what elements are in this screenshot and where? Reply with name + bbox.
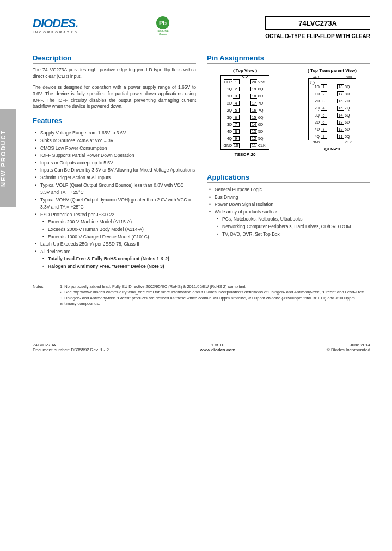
new-product-badge: NEW PRODUCT — [0, 109, 16, 207]
application-sub-item: PCs, Notebooks, Netbooks, Ultrabooks — [215, 216, 370, 223]
application-item: General Purpose Logic — [207, 186, 370, 194]
pin-row: 4Q8115Q — [309, 133, 356, 140]
pin-row: 3D6136D — [309, 119, 356, 126]
feature-item: ESD Protection Tested per JESD 22 — [33, 211, 196, 219]
pin-row: GND1011CLK — [221, 142, 269, 149]
pin-row: 2Q4157Q — [309, 105, 356, 112]
logo: DIODES. INCORPORATED — [33, 16, 78, 34]
pin-row: 3Q6156Q — [221, 114, 269, 121]
pin-row: 3Q5146Q — [309, 112, 356, 119]
footer-part: 74LVC273A — [33, 342, 109, 347]
subtitle: OCTAL D-TYPE FLIP-FLOP WITH CLEAR — [265, 33, 370, 39]
description-p2: The device is designed for operation wit… — [33, 84, 196, 111]
description-p1: The 74LVC273A provides eight positive-ed… — [33, 67, 196, 80]
lead-free-badge: Pb Lead-free Green — [155, 16, 171, 33]
feature-sub-item: Exceeds 2000-V Human Body Model (A114-A) — [40, 226, 196, 234]
section-features: Features — [33, 117, 196, 126]
pin-row: 1D3188D — [221, 93, 269, 100]
feature-item: Latch-Up Exceeds 250mA per JESD 78, Clas… — [33, 241, 196, 248]
application-item: Power Down Signal Isolation — [207, 201, 370, 209]
feature-compliance-item: Totally Lead-Free & Fully RoHS compliant… — [40, 255, 196, 263]
pin-row: CLR120Vcc — [221, 78, 269, 85]
feature-item: Typical VOHV (Quiet Output dynamic VOH) … — [33, 197, 196, 211]
applications-list: General Purpose LogicBus DrivingPower Do… — [207, 186, 370, 238]
pin-row: 2D3167D — [309, 97, 356, 105]
feature-item: All devices are: — [33, 248, 196, 256]
pin-row: 3D7146D — [221, 121, 269, 128]
feature-item: Typical VOLP (Quiet Output Ground Bounce… — [33, 182, 196, 197]
pb-icon: Pb — [156, 16, 169, 29]
application-sub-item: TV, DVD, DVR, Set Top Box — [215, 231, 370, 238]
pin-row: 1D2178D — [309, 90, 356, 97]
feature-item: Inputs Can Be Driven by 3.3V or 5V Allow… — [33, 167, 196, 174]
feature-compliance-item: Halogen and Antimony Free. "Green" Devic… — [40, 263, 196, 271]
logo-text: DIODES — [33, 16, 75, 30]
pin-row: 4D7125D — [309, 126, 356, 133]
footer: 74LVC273A Document number: DS35592 Rev. … — [33, 340, 370, 352]
feature-item: Schmitt Trigger Action at All Inputs — [33, 174, 196, 182]
pin-diagram: ( Top View ) CLR120Vcc1Q2198Q1D3188D2D41… — [207, 68, 370, 157]
footer-url: www.diodes.com — [200, 347, 235, 352]
footer-copyright: © Diodes Incorporated — [327, 347, 370, 352]
pin-row: 4Q9125Q — [221, 135, 269, 142]
pb-text: Lead-free Green — [155, 29, 171, 36]
application-sub-item: Networking Computer Peripherals, Hard Dr… — [215, 223, 370, 231]
note-item: 2. See http://www.diodes.com/quality/lea… — [60, 290, 370, 296]
pin-row: 1Q1188Q — [309, 83, 356, 90]
footer-doc: Document number: DS35592 Rev. 1 - 2 — [33, 347, 109, 352]
tssop-package: ( Top View ) CLR120Vcc1Q2198Q1D3188D2D41… — [220, 68, 270, 157]
footer-date: June 2014 — [327, 342, 370, 347]
tssop-name: TSSOP-20 — [220, 152, 270, 157]
feature-item: CMOS Low Power Consumption — [33, 145, 196, 152]
qfn-bot-clk: CLK — [345, 140, 352, 144]
qfn-bot-gnd: GND — [313, 140, 320, 144]
features-list: Supply Voltage Range from 1.65V to 3.6VS… — [33, 130, 196, 270]
feature-sub-item: Exceeds 1000-V Charged Device Model (C10… — [40, 234, 196, 241]
feature-item: IOFF Supports Partial Power Down Operati… — [33, 152, 196, 160]
top-view-label: ( Top View ) — [220, 68, 270, 73]
feature-item: Inputs or Outputs accept up to 5.5V — [33, 160, 196, 167]
section-description: Description — [33, 54, 196, 64]
logo-subtitle: INCORPORATED — [33, 30, 78, 34]
header: DIODES. INCORPORATED Pb Lead-free Green … — [33, 16, 370, 39]
pin-row: 1Q2198Q — [221, 85, 269, 93]
note-item: 1. No purposely added lead. Fully EU Dir… — [60, 284, 370, 290]
note-item: 3. Halogen- and Antimony-free "Green" pr… — [60, 296, 370, 307]
transparent-view-label: ( Top Transparent View) — [308, 68, 357, 73]
application-item: Bus Driving — [207, 194, 370, 201]
feature-item: Supply Voltage Range from 1.65V to 3.6V — [33, 130, 196, 137]
qfn-name: QFN-20 — [308, 146, 357, 151]
pin-row: 2D4177D — [221, 100, 269, 107]
qfn-package: ( Top Transparent View) CLR Vcc 1Q1188Q1… — [308, 68, 357, 157]
notes: Notes: 1. No purposely added lead. Fully… — [33, 284, 370, 307]
section-applications: Applications — [207, 173, 370, 183]
footer-page: 1 of 10 — [200, 342, 235, 347]
pin-row: 4D8135D — [221, 128, 269, 135]
part-number-box: 74LVC273A — [265, 16, 370, 30]
application-item: Wide array of products such as: — [207, 209, 370, 216]
notes-label: Notes: — [33, 284, 60, 307]
section-pin-assignments: Pin Assignments — [207, 54, 370, 64]
feature-sub-item: Exceeds 200-V Machine Model (A115-A) — [40, 218, 196, 226]
pin-row: 2Q5167Q — [221, 107, 269, 114]
feature-item: Sinks or Sources 24mA at Vcc = 3V — [33, 137, 196, 145]
